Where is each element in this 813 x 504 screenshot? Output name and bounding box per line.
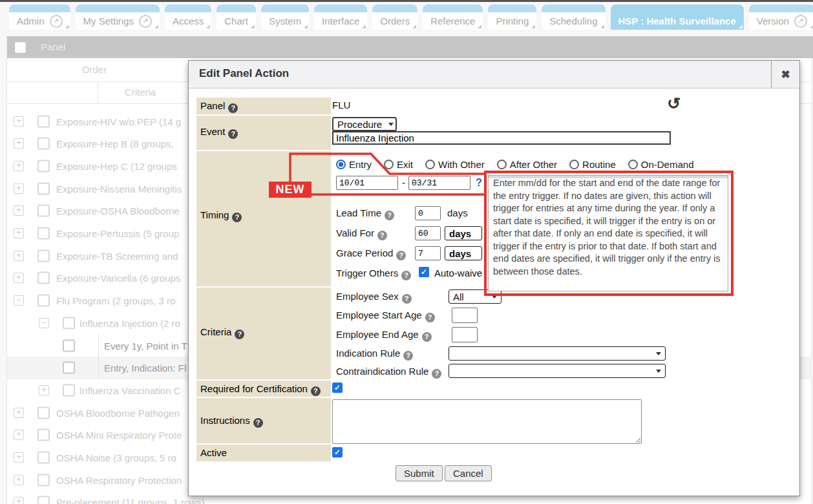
expand-icon[interactable]: + bbox=[14, 475, 24, 485]
question-icon[interactable]: ? bbox=[228, 103, 238, 113]
question-icon[interactable]: ? bbox=[402, 294, 412, 304]
nav-tab[interactable]: Reference bbox=[423, 5, 483, 30]
event-text-input[interactable] bbox=[332, 131, 671, 145]
question-icon[interactable]: ? bbox=[235, 330, 244, 339]
expand-icon[interactable]: + bbox=[14, 205, 24, 216]
instructions-textarea[interactable] bbox=[332, 399, 642, 444]
nav-tab[interactable]: Scheduling bbox=[542, 5, 605, 30]
row-checkbox[interactable] bbox=[37, 429, 50, 441]
expand-icon[interactable]: − bbox=[14, 295, 24, 306]
employee-end-age-input[interactable] bbox=[452, 327, 478, 342]
row-checkbox[interactable] bbox=[37, 406, 50, 419]
question-icon[interactable]: ? bbox=[432, 369, 441, 379]
expand-icon[interactable]: + bbox=[14, 161, 24, 171]
grace-period-unit-select[interactable]: days bbox=[445, 246, 482, 260]
row-checkbox[interactable] bbox=[37, 227, 50, 240]
timing-radio-option[interactable]: Routine bbox=[569, 159, 616, 170]
nav-tab[interactable]: Access bbox=[165, 5, 211, 30]
external-link-icon[interactable]: ↗ bbox=[139, 15, 152, 28]
expand-icon[interactable]: − bbox=[39, 318, 49, 328]
lead-time-input[interactable] bbox=[415, 206, 441, 220]
nav-tab[interactable]: Interface bbox=[314, 5, 367, 30]
radio-icon[interactable] bbox=[336, 160, 346, 169]
question-icon[interactable]: ? bbox=[422, 332, 432, 342]
row-checkbox[interactable] bbox=[37, 474, 50, 486]
tree-row-label[interactable]: Exposure-Hep C (12 groups bbox=[56, 160, 177, 171]
nav-tab[interactable]: Admin ↗ bbox=[9, 5, 70, 30]
employee-sex-select[interactable]: All bbox=[449, 289, 502, 304]
row-checkbox[interactable] bbox=[37, 205, 50, 217]
nav-tab[interactable]: Version ↗ bbox=[749, 5, 813, 30]
question-icon[interactable]: ? bbox=[228, 129, 238, 139]
tree-row-label[interactable]: Entry, Indication: Fl bbox=[104, 362, 186, 373]
tree-row-label[interactable]: Influenza Vaccination C bbox=[79, 384, 180, 395]
nav-tab[interactable]: My Settings ↗ bbox=[76, 5, 160, 30]
row-checkbox[interactable] bbox=[37, 138, 50, 150]
nav-tab[interactable]: Chart bbox=[216, 5, 256, 30]
question-icon[interactable]: ? bbox=[311, 386, 321, 396]
timing-radio-option[interactable]: With Other bbox=[425, 159, 485, 170]
expand-icon[interactable]: + bbox=[39, 385, 49, 395]
history-icon[interactable]: ↺ bbox=[667, 96, 681, 112]
timing-radio-option[interactable]: Entry bbox=[336, 159, 372, 170]
expand-icon[interactable]: + bbox=[14, 251, 24, 261]
tree-row-label[interactable]: OSHA Mini Respiratory Prote bbox=[56, 430, 182, 441]
row-checkbox[interactable] bbox=[37, 115, 50, 127]
date-end-input[interactable] bbox=[408, 176, 470, 190]
tree-row-label[interactable]: Exposure-Varicella (6 groups bbox=[56, 273, 180, 284]
tree-row-label[interactable]: Exposure-Nisseria Meningitis bbox=[56, 183, 182, 194]
question-icon[interactable]: ? bbox=[253, 418, 263, 428]
question-icon[interactable]: ? bbox=[396, 251, 406, 260]
expand-icon[interactable]: + bbox=[14, 138, 24, 149]
required-cert-checkbox[interactable]: ✓ bbox=[332, 383, 343, 393]
question-icon[interactable]: ? bbox=[425, 313, 435, 322]
employee-start-age-input[interactable] bbox=[452, 308, 478, 323]
tree-row-label[interactable]: Exposure-Pertussis (5 group bbox=[56, 228, 179, 239]
expand-icon[interactable]: + bbox=[14, 273, 24, 283]
question-icon[interactable]: ? bbox=[377, 231, 387, 240]
timing-radio-option[interactable]: After Other bbox=[497, 159, 557, 170]
row-checkbox[interactable] bbox=[37, 452, 50, 464]
radio-icon[interactable] bbox=[628, 160, 638, 169]
timing-radio-option[interactable]: Exit bbox=[384, 159, 413, 170]
tree-row-label[interactable]: Influenza Injection (2 ro bbox=[79, 317, 180, 328]
row-checkbox[interactable] bbox=[37, 295, 50, 307]
valid-for-input[interactable] bbox=[415, 226, 441, 240]
question-icon[interactable]: ? bbox=[232, 213, 242, 222]
expand-icon[interactable]: + bbox=[14, 408, 24, 418]
expand-icon[interactable]: + bbox=[14, 184, 24, 194]
expand-icon[interactable]: + bbox=[14, 116, 24, 127]
tree-row-label[interactable]: OSHA Bloodborne Pathogen bbox=[56, 407, 180, 418]
row-checkbox[interactable] bbox=[37, 160, 50, 172]
contraindication-rule-select[interactable] bbox=[449, 364, 666, 378]
submit-button[interactable]: Submit bbox=[396, 465, 443, 481]
radio-icon[interactable] bbox=[425, 160, 435, 169]
external-link-icon[interactable]: ↗ bbox=[50, 15, 63, 28]
tree-row-label[interactable]: Exposure-HIV w/o PEP (14 g bbox=[56, 116, 181, 127]
row-checkbox[interactable] bbox=[37, 182, 50, 194]
cancel-button[interactable]: Cancel bbox=[445, 465, 492, 481]
date-start-input[interactable] bbox=[336, 176, 398, 190]
expand-icon[interactable]: + bbox=[14, 430, 24, 440]
radio-icon[interactable] bbox=[384, 160, 394, 169]
row-checkbox[interactable] bbox=[63, 362, 75, 374]
row-checkbox[interactable] bbox=[37, 249, 50, 262]
select-all-checkbox[interactable] bbox=[15, 42, 26, 53]
nav-tab[interactable]: Printing bbox=[488, 5, 536, 30]
question-icon[interactable]: ? bbox=[385, 211, 394, 220]
event-type-select[interactable]: Procedure bbox=[332, 117, 397, 131]
row-checkbox[interactable] bbox=[63, 384, 75, 396]
tree-row-label[interactable]: Exposure-Hep B (8 groups, bbox=[56, 138, 174, 149]
tree-row-label[interactable]: Flu Program (2 groups, 3 ro bbox=[56, 295, 175, 306]
indication-rule-select[interactable] bbox=[449, 346, 666, 361]
row-checkbox[interactable] bbox=[63, 317, 75, 329]
external-link-icon[interactable]: ↗ bbox=[794, 15, 807, 28]
nav-tab[interactable]: HSP : Health Surveillance bbox=[611, 5, 744, 30]
tree-row-label[interactable]: OSHA Noise (3 groups, 5 ro bbox=[56, 452, 176, 463]
nav-tab[interactable]: Orders bbox=[372, 5, 417, 30]
expand-icon[interactable]: + bbox=[14, 228, 24, 238]
tree-row-label[interactable]: Pre-placement (11 groups, 1 rows) bbox=[56, 497, 205, 504]
date-help-icon[interactable]: ? bbox=[476, 177, 482, 189]
trigger-others-checkbox[interactable]: ✓ bbox=[419, 267, 429, 277]
row-checkbox[interactable] bbox=[37, 272, 50, 284]
